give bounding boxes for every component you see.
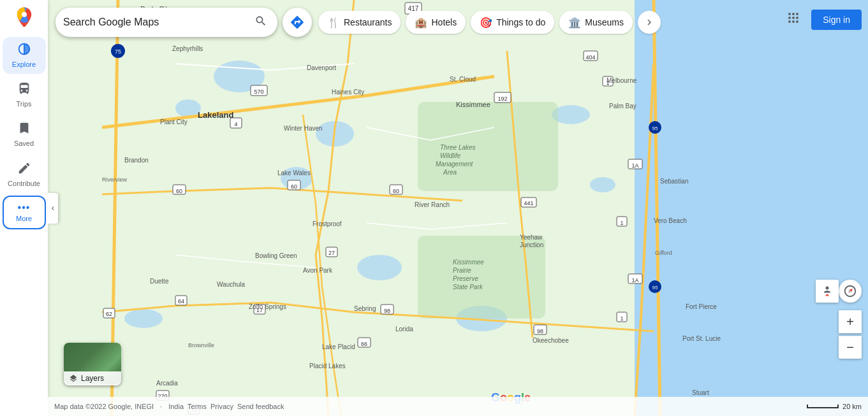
svg-text:Zephyrhills: Zephyrhills [172,45,203,52]
sidebar-item-contribute[interactable]: Contribute [3,156,46,193]
svg-point-11 [590,177,615,192]
trips-icon [17,82,31,99]
museums-icon: 🏛️ [568,17,581,29]
nav-pill-things-to-do[interactable]: 🎯 Things to do [471,11,554,34]
india-link[interactable]: India [168,403,184,410]
send-feedback-link[interactable]: Send feedback [237,403,284,410]
svg-text:Arcadia: Arcadia [156,380,178,387]
svg-text:Riverview: Riverview [102,176,128,183]
svg-text:60: 60 [291,183,297,190]
search-button[interactable] [252,12,270,33]
zoom-in-button[interactable]: + [839,310,862,333]
saved-icon [17,121,31,138]
nav-more-button[interactable] [638,11,661,34]
scale-label: 20 km [842,403,862,410]
svg-text:State Park: State Park [453,283,483,290]
contribute-icon [17,161,31,178]
google-apps-button[interactable] [782,6,805,32]
map-attribution: Map data ©2022 Google, INEGI [54,403,154,410]
sidebar-item-explore-label: Explore [12,61,36,69]
svg-text:Plant City: Plant City [160,118,188,126]
restaurants-icon: 🍴 [327,17,340,29]
map-controls: + − [839,280,862,359]
compass-button[interactable] [839,280,862,303]
privacy-link[interactable]: Privacy [210,403,233,410]
nav-pill-hotels[interactable]: 🏨 Hotels [406,11,466,34]
svg-text:Wildlife: Wildlife [440,152,461,159]
svg-text:Okeechobee: Okeechobee [533,337,569,344]
directions-button[interactable] [283,8,312,37]
svg-point-0 [22,12,27,17]
svg-point-5 [357,255,402,280]
svg-text:Kissimmee: Kissimmee [453,259,484,266]
svg-text:St. Cloud: St. Cloud [450,76,476,83]
svg-point-7 [124,309,163,328]
svg-text:441: 441 [524,200,533,206]
svg-text:Melbourne: Melbourne [607,77,637,84]
sidebar-item-trips[interactable]: Trips [3,76,46,113]
sign-in-button[interactable]: Sign in [811,10,862,30]
svg-text:62: 62 [106,311,112,317]
sidebar-item-contribute-label: Contribute [8,180,40,188]
nav-pill-museums[interactable]: 🏛️ Museums [559,11,633,34]
layers-icon [69,374,78,383]
svg-rect-12 [418,102,558,191]
svg-text:1A: 1A [631,277,638,283]
svg-text:Lake Placid: Lake Placid [322,343,355,350]
search-box[interactable] [55,8,277,37]
svg-text:27: 27 [328,250,335,256]
svg-text:75: 75 [115,48,121,55]
svg-text:Junction: Junction [520,241,543,248]
svg-text:Brownville: Brownville [188,342,214,348]
sidebar-collapse-button[interactable] [48,193,58,224]
svg-text:Vero Beach: Vero Beach [654,217,687,224]
layers-button[interactable]: Layers [64,371,121,385]
svg-text:Wauchula: Wauchula [217,281,246,288]
svg-text:Kissimmee: Kissimmee [456,101,490,108]
svg-text:1A: 1A [631,162,638,169]
svg-text:Preserve: Preserve [453,275,478,282]
search-input[interactable] [63,17,252,28]
svg-text:Sebring: Sebring [354,305,376,312]
svg-text:1: 1 [620,220,623,226]
svg-text:64: 64 [178,298,184,305]
svg-text:Duette: Duette [150,278,169,285]
svg-text:66: 66 [361,341,367,347]
sidebar-item-more[interactable]: ••• More [3,196,46,229]
svg-text:Zolfo Springs: Zolfo Springs [249,303,286,310]
sidebar: Explore Trips Saved Contribute ••• More [0,0,48,416]
sidebar-item-saved[interactable]: Saved [3,116,46,153]
svg-text:60: 60 [176,188,182,194]
hotels-icon: 🏨 [415,17,427,29]
svg-text:Winter Haven: Winter Haven [284,125,323,132]
pegman-icon [821,285,834,298]
svg-text:Yeehaw: Yeehaw [520,234,543,241]
svg-text:570: 570 [254,89,263,95]
svg-text:Prairie: Prairie [453,267,471,274]
layers-label: Layers [81,374,104,383]
svg-text:Fort Pierce: Fort Pierce [686,303,717,310]
svg-text:Stuart: Stuart [692,389,709,396]
svg-text:Gifford: Gifford [655,250,672,256]
sidebar-item-trips-label: Trips [16,100,31,108]
terms-link[interactable]: Terms [188,403,207,410]
svg-text:Lakeland: Lakeland [198,110,233,120]
google-maps-logo [14,6,34,29]
top-right-controls: Sign in [782,6,862,32]
nav-pill-restaurants[interactable]: 🍴 Restaurants [318,11,401,34]
zoom-out-button[interactable]: − [839,336,862,359]
explore-icon [17,42,31,59]
svg-rect-2 [635,0,868,416]
svg-text:Brandon: Brandon [124,157,149,164]
svg-text:98: 98 [537,328,543,334]
svg-text:Placid Lakes: Placid Lakes [309,362,346,369]
svg-text:95: 95 [652,285,658,290]
map-container[interactable]: 417 75 570 4 192 60 60 60 98 441 17 98 6… [48,0,868,416]
scale-line [807,405,839,408]
sidebar-item-explore[interactable]: Explore [3,37,46,74]
layers-container: Layers [64,343,121,384]
svg-text:98: 98 [384,308,390,314]
street-view-button[interactable] [816,280,839,303]
svg-text:Lorida: Lorida [395,326,413,333]
svg-text:Avon Park: Avon Park [303,267,333,274]
